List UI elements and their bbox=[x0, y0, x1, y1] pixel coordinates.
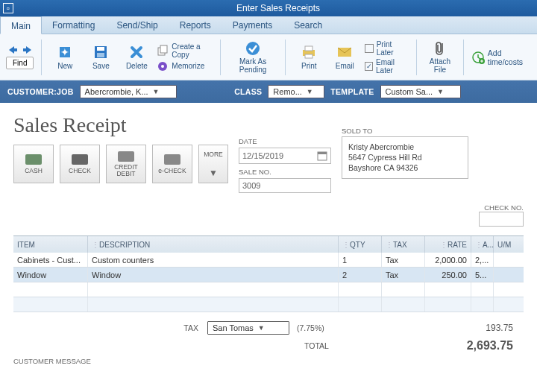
class-dropdown[interactable]: Remo...▼ bbox=[268, 85, 324, 98]
col-um[interactable]: U/M bbox=[494, 236, 524, 253]
table-row[interactable]: . bbox=[13, 282, 524, 297]
echeck-icon bbox=[164, 154, 180, 165]
chevron-down-icon: ▼ bbox=[437, 88, 444, 95]
svg-rect-8 bbox=[160, 45, 167, 53]
window-menu-icon[interactable]: ▫ bbox=[3, 3, 13, 13]
customer-label: CUSTOMER:JOB bbox=[7, 87, 74, 96]
pay-cash-button[interactable]: CASH bbox=[13, 145, 54, 183]
svg-text:✦: ✦ bbox=[60, 46, 69, 58]
saleno-input[interactable]: 3009 bbox=[239, 178, 331, 193]
titlebar: ▫ Enter Sales Receipts bbox=[0, 0, 537, 16]
page-title: Sales Receipt bbox=[13, 113, 228, 137]
col-qty[interactable]: ⋮ QTY bbox=[339, 236, 382, 253]
pay-more-button[interactable]: MORE▼ bbox=[198, 145, 228, 183]
tab-sendship[interactable]: Send/Ship bbox=[106, 16, 169, 34]
checkbox-unchecked-icon bbox=[365, 44, 373, 53]
print-button[interactable]: Print bbox=[293, 39, 324, 76]
line-items-grid: ITEM ⋮ DESCRIPTION ⋮ QTY ⋮ TAX ⋮ RATE ⋮A… bbox=[13, 235, 524, 312]
tax-dropdown[interactable]: San Tomas▼ bbox=[207, 321, 289, 335]
copy-icon bbox=[157, 45, 169, 57]
print-icon bbox=[301, 44, 317, 60]
email-button[interactable]: Email bbox=[329, 39, 360, 76]
table-row[interactable]: . bbox=[13, 297, 524, 312]
template-dropdown[interactable]: Custom Sa...▼ bbox=[380, 85, 461, 98]
svg-point-10 bbox=[161, 65, 164, 68]
chevron-down-icon: ▼ bbox=[153, 88, 160, 95]
tab-payments[interactable]: Payments bbox=[222, 16, 283, 34]
chevron-down-icon: ▼ bbox=[258, 324, 265, 332]
payment-methods: CASH CHECK CREDIT DEBIT e-CHECK MORE▼ bbox=[13, 145, 228, 183]
svg-point-11 bbox=[246, 42, 260, 55]
mark-pending-button[interactable]: Mark As Pending bbox=[228, 39, 278, 76]
memorize-button[interactable]: Memorize bbox=[157, 60, 213, 72]
svg-rect-19 bbox=[318, 152, 327, 154]
delete-button[interactable]: Delete bbox=[121, 39, 152, 76]
tab-reports[interactable]: Reports bbox=[169, 16, 222, 34]
pay-echeck-button[interactable]: e-CHECK bbox=[152, 145, 192, 183]
soldto-label: SOLD TO bbox=[342, 127, 468, 135]
col-item[interactable]: ITEM bbox=[13, 236, 88, 253]
card-icon bbox=[118, 151, 134, 162]
paperclip-icon bbox=[432, 40, 448, 57]
memorize-icon bbox=[157, 60, 169, 72]
check-icon bbox=[245, 40, 261, 57]
template-label: TEMPLATE bbox=[330, 87, 374, 96]
customer-dropdown[interactable]: Abercrombie, K...▼ bbox=[80, 85, 177, 98]
svg-rect-14 bbox=[305, 54, 313, 58]
customer-bar: CUSTOMER:JOB Abercrombie, K...▼ CLASS Re… bbox=[0, 80, 537, 103]
tab-main[interactable]: Main bbox=[0, 16, 42, 34]
tax-label: TAX bbox=[13, 323, 207, 332]
window-title: Enter Sales Receipts bbox=[19, 3, 537, 13]
saleno-label: SALE NO. bbox=[239, 168, 331, 176]
col-rate[interactable]: ⋮ RATE bbox=[425, 236, 471, 253]
find-button[interactable]: Find bbox=[6, 57, 34, 69]
svg-rect-0 bbox=[14, 48, 17, 51]
date-input[interactable]: 12/15/2019 bbox=[239, 148, 331, 164]
table-row[interactable]: WindowWindow2Tax250.005... bbox=[13, 268, 524, 282]
col-amount[interactable]: ⋮A... bbox=[471, 236, 494, 253]
table-row[interactable]: Cabinets - Cust...Custom counters1Tax2,0… bbox=[13, 253, 524, 268]
svg-rect-1 bbox=[23, 48, 26, 51]
save-icon bbox=[92, 44, 109, 60]
save-button[interactable]: Save bbox=[85, 39, 116, 76]
ribbon: Find ✦ New Save Delete Create a Copy Mem… bbox=[0, 34, 537, 80]
checkno-label: CHECK NO. bbox=[479, 203, 524, 212]
create-copy-button[interactable]: Create a Copy bbox=[157, 42, 213, 59]
attach-file-button[interactable]: Attach File bbox=[424, 39, 456, 76]
customer-message-label: CUSTOMER MESSAGE bbox=[13, 357, 524, 365]
pay-check-button[interactable]: CHECK bbox=[60, 145, 100, 183]
prev-icon[interactable] bbox=[7, 45, 19, 55]
next-icon[interactable] bbox=[22, 45, 34, 55]
nav-group: Find bbox=[6, 45, 34, 69]
soldto-box[interactable]: Kristy Abercrombie 5647 Cypress Hill Rd … bbox=[342, 136, 468, 179]
checkno-input[interactable] bbox=[479, 212, 524, 227]
calendar-icon[interactable] bbox=[317, 151, 327, 161]
total-amount: 2,693.75 bbox=[467, 339, 524, 353]
email-icon bbox=[336, 44, 353, 60]
tab-formatting[interactable]: Formatting bbox=[42, 16, 106, 34]
tax-percent: (7.75%) bbox=[297, 323, 324, 332]
col-tax[interactable]: ⋮ TAX bbox=[382, 236, 425, 253]
col-desc[interactable]: ⋮ DESCRIPTION bbox=[88, 236, 339, 253]
chevron-down-icon: ▼ bbox=[209, 168, 218, 178]
svg-rect-13 bbox=[305, 46, 313, 51]
tax-amount: 193.75 bbox=[486, 323, 524, 333]
add-time-costs-button[interactable]: Add time/costs bbox=[471, 48, 531, 66]
chevron-down-icon: ▼ bbox=[307, 88, 313, 95]
checkbox-checked-icon: ✓ bbox=[365, 62, 373, 71]
class-label: CLASS bbox=[234, 87, 262, 96]
new-icon: ✦ bbox=[57, 44, 73, 60]
svg-rect-6 bbox=[97, 53, 104, 57]
clock-plus-icon bbox=[471, 51, 485, 64]
email-later-toggle[interactable]: ✓ Email Later bbox=[365, 58, 409, 75]
tab-search[interactable]: Search bbox=[283, 16, 333, 34]
new-button[interactable]: ✦ New bbox=[49, 39, 81, 76]
delete-icon bbox=[128, 44, 145, 60]
pay-credit-button[interactable]: CREDIT DEBIT bbox=[106, 145, 146, 183]
check-icon bbox=[72, 154, 88, 165]
cash-icon bbox=[25, 154, 42, 165]
checkno-group: CHECK NO. bbox=[479, 203, 524, 227]
print-later-toggle[interactable]: Print Later bbox=[365, 40, 409, 57]
total-label: TOTAL bbox=[304, 341, 329, 350]
ribbon-tabs: Main Formatting Send/Ship Reports Paymen… bbox=[0, 16, 537, 34]
